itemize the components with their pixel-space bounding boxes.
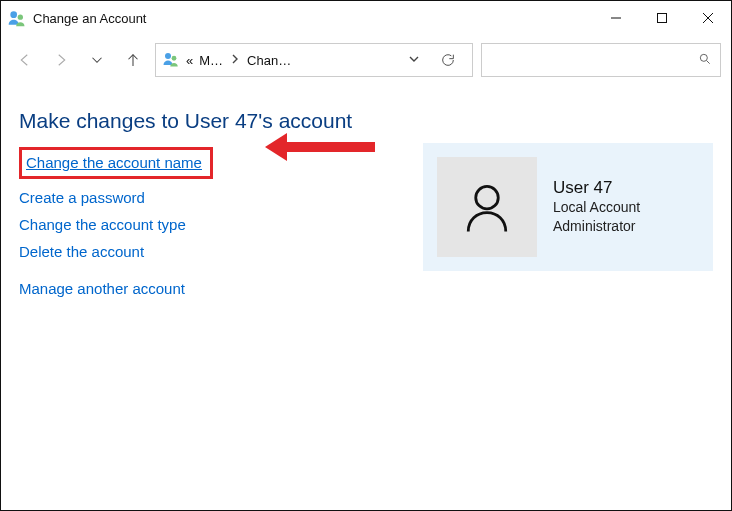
link-manage-another-account[interactable]: Manage another account [19,280,185,297]
content-area: Make changes to User 47's account Change… [1,83,731,510]
window-frame: Change an Account [0,0,732,511]
svg-point-8 [172,55,177,60]
person-icon [457,177,517,237]
avatar [437,157,537,257]
annotation-highlight-box: Change the account name [19,147,213,179]
close-button[interactable] [685,3,731,33]
action-links: Change the account name Create a passwor… [19,147,413,297]
link-create-password[interactable]: Create a password [19,189,145,206]
user-role: Administrator [553,217,640,236]
titlebar: Change an Account [1,1,731,35]
back-button[interactable] [11,45,39,75]
page-title: Make changes to User 47's account [19,109,413,133]
minimize-button[interactable] [593,3,639,33]
user-info: User 47 Local Account Administrator [553,178,640,236]
search-icon[interactable] [698,52,712,69]
search-input[interactable] [482,44,698,76]
breadcrumb-seg2[interactable]: Chan… [247,53,291,68]
link-change-account-name[interactable]: Change the account name [26,154,202,171]
chevron-right-icon[interactable] [229,53,241,68]
address-bar[interactable]: « M… Chan… [155,43,473,77]
forward-button[interactable] [47,45,75,75]
nav-row: « M… Chan… [1,35,731,83]
user-account-type: Local Account [553,198,640,217]
svg-rect-3 [658,14,667,23]
up-button[interactable] [119,45,147,75]
window-title: Change an Account [33,11,146,26]
svg-line-10 [707,60,710,63]
maximize-button[interactable] [639,3,685,33]
breadcrumb-prefix: « [186,53,193,68]
svg-point-9 [700,54,707,61]
svg-point-11 [476,186,499,209]
svg-point-0 [10,11,17,18]
recent-locations-button[interactable] [83,45,111,75]
search-box[interactable] [481,43,721,77]
window-controls [593,3,731,33]
annotation-arrow [265,133,375,161]
link-delete-account[interactable]: Delete the account [19,243,144,260]
address-dropdown-button[interactable] [404,53,424,68]
app-icon [7,8,27,28]
address-icon [162,50,180,71]
user-name: User 47 [553,178,640,198]
refresh-button[interactable] [430,43,466,77]
user-card: User 47 Local Account Administrator [423,143,713,271]
link-change-account-type[interactable]: Change the account type [19,216,186,233]
svg-point-7 [165,53,171,59]
breadcrumb-seg1[interactable]: M… [199,53,223,68]
svg-point-1 [18,15,23,20]
